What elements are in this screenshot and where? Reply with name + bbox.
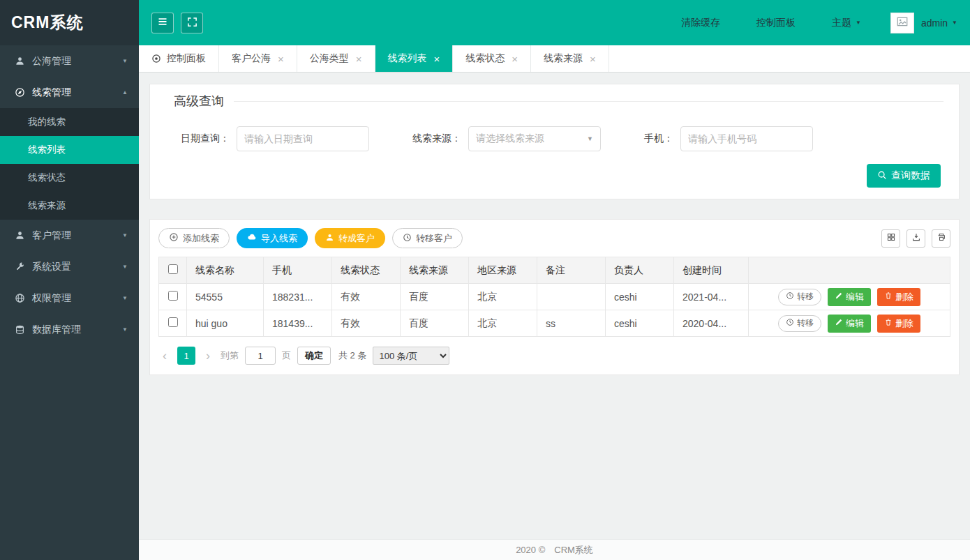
button-label: 编辑 (846, 317, 864, 330)
trash-icon (884, 292, 893, 302)
page-size-select[interactable]: 100 条/页 (373, 347, 449, 365)
cell-created-at: 2021-04... (674, 284, 749, 310)
button-label: 转成客户 (338, 232, 375, 245)
tab-lead-status[interactable]: 线索状态 × (453, 45, 531, 72)
button-label: 查询数据 (891, 169, 930, 182)
row-checkbox[interactable] (168, 317, 178, 327)
table-toolbar: 添加线索 导入线索 转成客户 (158, 228, 950, 248)
button-label: 转移客户 (416, 232, 452, 245)
button-label: 导入线索 (261, 232, 297, 245)
sidebar-item-my-leads[interactable]: 我的线索 (0, 108, 139, 136)
close-icon[interactable]: × (434, 53, 440, 65)
import-leads-button[interactable]: 导入线索 (237, 228, 308, 248)
sidebar-item-public-sea-mgmt[interactable]: 公海管理 ▼ (0, 45, 139, 77)
plus-circle-icon (169, 232, 179, 244)
sidebar-item-lead-status[interactable]: 线索状态 (0, 164, 139, 192)
sidebar-item-lead-list[interactable]: 线索列表 (0, 136, 139, 164)
avatar[interactable] (890, 13, 914, 33)
edit-button[interactable]: 编辑 (828, 288, 871, 306)
select-all-checkbox[interactable] (168, 264, 178, 274)
main-area: 清除缓存 控制面板 主题 ▼ admin ▼ (139, 0, 970, 560)
chevron-up-icon: ▲ (122, 89, 128, 96)
footer: 2020 © CRM系统 (139, 539, 970, 560)
table-header-row: 线索名称 手机 线索状态 线索来源 地区来源 备注 负责人 创建时间 (159, 257, 950, 284)
tab-customer-sea[interactable]: 客户公海 × (219, 45, 297, 72)
sidebar-item-permission-mgmt[interactable]: 权限管理 ▼ (0, 282, 139, 314)
app-title: CRM系统 (0, 0, 139, 45)
page-number[interactable]: 1 (177, 347, 195, 365)
chevron-down-icon: ▼ (122, 326, 128, 333)
button-label: 转移 (797, 317, 814, 329)
delete-button[interactable]: 删除 (877, 288, 920, 306)
phone-group: 手机： (644, 126, 813, 151)
delete-button[interactable]: 删除 (877, 315, 920, 333)
clear-cache-link[interactable]: 清除缓存 (681, 17, 720, 29)
cell-remark (537, 284, 606, 310)
edit-button[interactable]: 编辑 (828, 315, 871, 333)
columns-toggle-button[interactable] (881, 229, 900, 248)
cell-remark: ss (537, 310, 606, 337)
cell-lead-source: 百度 (401, 284, 469, 310)
chevron-down-icon: ▼ (122, 58, 128, 64)
menu-toggle-button[interactable] (151, 13, 174, 33)
phone-input[interactable] (680, 126, 813, 151)
convert-customer-button[interactable]: 转成客户 (315, 228, 385, 248)
prev-page-button[interactable]: ‹ (158, 349, 171, 362)
clock-icon (403, 233, 412, 244)
chevron-down-icon: ▼ (587, 135, 593, 142)
leads-table: 线索名称 手机 线索状态 线索来源 地区来源 备注 负责人 创建时间 (158, 257, 950, 337)
close-icon[interactable]: × (512, 53, 518, 65)
tab-label: 线索状态 (465, 52, 505, 65)
query-actions: 查询数据 (160, 151, 949, 189)
pagination: ‹ 1 › 到第 页 确定 共 2 条 100 条/页 (158, 347, 950, 366)
sidebar-item-database-mgmt[interactable]: 数据库管理 ▼ (0, 314, 139, 345)
sidebar-item-leads-mgmt[interactable]: 线索管理 ▲ (0, 77, 139, 108)
leads-table-panel: 添加线索 导入线索 转成客户 (149, 219, 960, 375)
control-panel-link[interactable]: 控制面板 (756, 17, 796, 29)
advanced-query-panel: 高级查询 日期查询： 线索来源： 请选择线索来源 ▼ (149, 84, 960, 199)
sidebar-item-customer-mgmt[interactable]: 客户管理 ▼ (0, 220, 139, 251)
tab-sea-type[interactable]: 公海类型 × (297, 45, 375, 72)
goto-page-input[interactable] (245, 347, 276, 365)
trash-icon (884, 318, 893, 328)
column-header: 线索状态 (332, 257, 401, 284)
cell-lead-status: 有效 (332, 310, 401, 337)
sidebar-item-system-settings[interactable]: 系统设置 ▼ (0, 251, 139, 282)
fullscreen-button[interactable] (181, 13, 203, 33)
tab-lead-source[interactable]: 线索来源 × (531, 45, 609, 72)
print-button[interactable] (932, 229, 950, 248)
panel-title: 高级查询 (174, 93, 224, 109)
search-icon (877, 170, 887, 182)
column-header: 地区来源 (469, 257, 537, 284)
confirm-button[interactable]: 确定 (297, 347, 331, 365)
row-checkbox[interactable] (168, 291, 178, 301)
next-page-button[interactable]: › (202, 349, 214, 362)
date-query-input[interactable] (237, 126, 369, 151)
transfer-customer-button[interactable]: 转移客户 (392, 228, 463, 248)
topbar-right: 清除缓存 控制面板 主题 ▼ admin ▼ (645, 13, 957, 33)
tab-label: 公海类型 (310, 52, 349, 65)
divider (234, 101, 943, 102)
cell-lead-name: hui guo (187, 310, 264, 337)
chevron-down-icon: ▼ (122, 264, 128, 270)
query-data-button[interactable]: 查询数据 (867, 164, 941, 188)
user-dropdown[interactable]: admin ▼ (921, 17, 957, 29)
transfer-button[interactable]: 转移 (778, 315, 821, 332)
grid-icon (886, 232, 896, 244)
export-button[interactable] (906, 229, 925, 248)
download-icon (911, 232, 921, 244)
close-icon[interactable]: × (356, 53, 362, 65)
tab-lead-list[interactable]: 线索列表 × (375, 45, 454, 72)
tab-control-panel[interactable]: 控制面板 (139, 45, 219, 72)
lead-source-select[interactable]: 请选择线索来源 ▼ (468, 126, 601, 151)
submenu-item-label: 线索来源 (28, 199, 66, 212)
close-icon[interactable]: × (590, 53, 596, 65)
add-lead-button[interactable]: 添加线索 (158, 228, 230, 248)
close-icon[interactable]: × (278, 53, 284, 65)
column-header: 线索名称 (187, 257, 264, 284)
theme-dropdown[interactable]: 主题 ▼ (832, 17, 861, 29)
table-row: hui guo 181439... 有效 百度 北京 ss ceshi 2020… (159, 310, 950, 337)
transfer-button[interactable]: 转移 (778, 289, 821, 305)
sidebar-item-label: 数据库管理 (32, 324, 122, 336)
sidebar-item-lead-source[interactable]: 线索来源 (0, 192, 139, 220)
